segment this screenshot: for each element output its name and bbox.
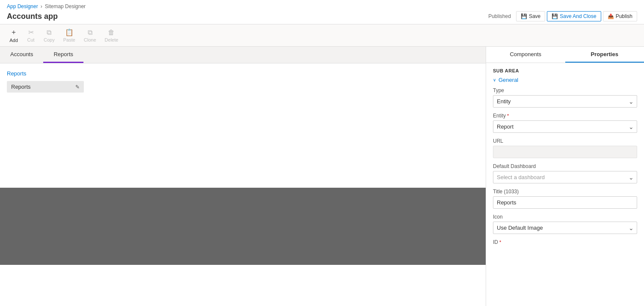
- type-label: Type: [493, 87, 637, 93]
- group-header: Reports: [7, 70, 479, 77]
- default-dashboard-field-group: Default Dashboard Select a dashboard: [493, 163, 637, 183]
- save-label: Save: [529, 13, 540, 19]
- tab-components[interactable]: Components: [486, 47, 565, 63]
- top-bar: App Designer › Sitemap Designer Accounts…: [0, 0, 644, 24]
- url-field-group: URL: [493, 138, 637, 158]
- canvas-area: Accounts Reports Reports Reports ✎: [0, 47, 486, 306]
- delete-label: Delete: [105, 37, 119, 42]
- id-required-star: *: [499, 240, 501, 245]
- paste-icon: 📋: [65, 28, 74, 36]
- paste-label: Paste: [63, 37, 75, 42]
- icon-field-group: Icon Use Default Image Custom: [493, 214, 637, 234]
- entity-label: Entity *: [493, 113, 637, 119]
- cut-button[interactable]: ✂ Cut: [22, 27, 39, 44]
- cut-icon: ✂: [28, 28, 34, 36]
- save-button[interactable]: 💾 Save: [516, 11, 545, 21]
- clone-button[interactable]: ⧉ Clone: [80, 27, 101, 44]
- entity-select-wrapper: Report Account Contact: [493, 120, 637, 133]
- toolbar: ＋ Add ✂ Cut ⧉ Copy 📋 Paste ⧉ Clone 🗑 Del…: [0, 24, 644, 47]
- id-field-group: ID *: [493, 239, 637, 245]
- tab-reports[interactable]: Reports: [43, 47, 83, 63]
- clone-label: Clone: [84, 37, 96, 42]
- canvas-dark-area: [0, 188, 486, 265]
- breadcrumb: App Designer › Sitemap Designer: [7, 2, 637, 11]
- panel-body: SUB AREA ∨ General Type Entity URL Web R…: [486, 63, 644, 306]
- publish-icon: 📤: [608, 13, 614, 19]
- url-input[interactable]: [493, 146, 637, 158]
- publish-label: Publish: [616, 13, 632, 19]
- icon-label: Icon: [493, 214, 637, 220]
- type-field-group: Type Entity URL Web Resource Custom: [493, 87, 637, 108]
- panel-tabs: Components Properties: [486, 47, 644, 63]
- canvas-content: Reports Reports ✎: [0, 63, 486, 306]
- general-label: General: [499, 77, 518, 83]
- edit-icon[interactable]: ✎: [75, 84, 80, 90]
- sub-area-title: SUB AREA: [493, 68, 637, 73]
- subarea-item[interactable]: Reports ✎: [7, 81, 84, 93]
- type-select-wrapper: Entity URL Web Resource Custom: [493, 95, 637, 108]
- paste-button[interactable]: 📋 Paste: [59, 27, 80, 44]
- canvas-tabs: Accounts Reports: [0, 47, 486, 63]
- breadcrumb-sitemap-designer: Sitemap Designer: [45, 3, 86, 9]
- top-bar-row2: Accounts app Published 💾 Save 💾 Save And…: [7, 11, 637, 24]
- save-close-label: Save And Close: [560, 13, 596, 19]
- delete-button[interactable]: 🗑 Delete: [101, 27, 123, 44]
- title-label: Title (1033): [493, 189, 637, 195]
- cut-label: Cut: [27, 37, 34, 42]
- right-panel: Components Properties SUB AREA ∨ General…: [486, 47, 644, 306]
- copy-icon: ⧉: [47, 29, 51, 36]
- type-select[interactable]: Entity URL Web Resource Custom: [493, 95, 637, 108]
- entity-required-star: *: [507, 113, 509, 118]
- default-dashboard-select-wrapper: Select a dashboard: [493, 171, 637, 183]
- delete-icon: 🗑: [108, 29, 115, 36]
- chevron-down-icon: ∨: [493, 78, 496, 82]
- icon-select-wrapper: Use Default Image Custom: [493, 222, 637, 234]
- clone-icon: ⧉: [88, 29, 92, 36]
- general-section-header[interactable]: ∨ General: [493, 77, 637, 83]
- save-close-icon: 💾: [552, 13, 558, 19]
- default-dashboard-select[interactable]: Select a dashboard: [493, 171, 637, 183]
- add-icon: ＋: [10, 28, 17, 37]
- title-input[interactable]: [493, 196, 637, 209]
- add-button[interactable]: ＋ Add: [5, 26, 22, 45]
- app-title: Accounts app: [7, 12, 58, 21]
- copy-button[interactable]: ⧉ Copy: [39, 27, 59, 44]
- tab-accounts[interactable]: Accounts: [0, 47, 43, 63]
- default-dashboard-label: Default Dashboard: [493, 163, 637, 169]
- save-and-close-button[interactable]: 💾 Save And Close: [547, 11, 601, 21]
- id-label: ID *: [493, 239, 637, 245]
- url-label: URL: [493, 138, 637, 144]
- save-icon: 💾: [521, 13, 527, 19]
- add-label: Add: [9, 38, 18, 43]
- published-badge: Published: [488, 13, 511, 19]
- title-field-group: Title (1033): [493, 189, 637, 209]
- breadcrumb-separator: ›: [41, 3, 42, 9]
- entity-field-group: Entity * Report Account Contact: [493, 113, 637, 133]
- main-layout: Accounts Reports Reports Reports ✎ Compo…: [0, 47, 644, 306]
- breadcrumb-app-designer[interactable]: App Designer: [7, 3, 38, 9]
- top-actions: Published 💾 Save 💾 Save And Close 📤 Publ…: [488, 11, 637, 21]
- icon-select[interactable]: Use Default Image Custom: [493, 222, 637, 234]
- subarea-label: Reports: [11, 84, 31, 90]
- publish-button[interactable]: 📤 Publish: [603, 11, 637, 21]
- copy-label: Copy: [44, 37, 55, 42]
- tab-properties[interactable]: Properties: [565, 47, 644, 63]
- entity-select[interactable]: Report Account Contact: [493, 120, 637, 133]
- canvas-white-area: Reports Reports ✎: [0, 63, 486, 188]
